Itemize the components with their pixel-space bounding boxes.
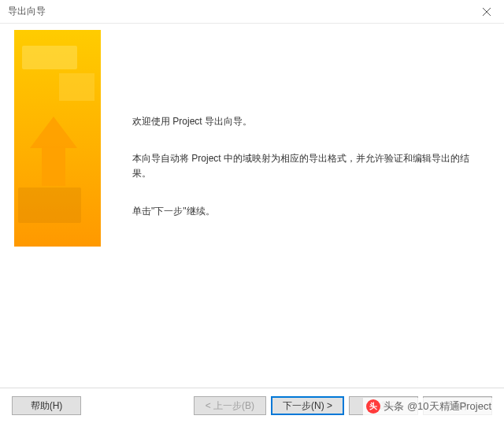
cancel-button[interactable]: 取消 <box>423 396 492 415</box>
window-title: 导出向导 <box>8 5 46 18</box>
wizard-text: 欢迎使用 Project 导出向导。 本向导自动将 Project 中的域映射为… <box>101 24 504 388</box>
close-icon <box>483 8 491 16</box>
welcome-line: 欢迎使用 Project 导出向导。 <box>132 114 480 129</box>
help-button[interactable]: 帮助(H) <box>12 396 81 415</box>
instruction-line: 单击"下一步"继续。 <box>132 204 480 219</box>
close-button[interactable] <box>469 0 504 24</box>
next-button[interactable]: 下一步(N) > <box>271 396 344 415</box>
title-bar: 导出向导 <box>0 0 504 24</box>
description-line: 本向导自动将 Project 中的域映射为相应的导出格式，并允许验证和编辑导出的… <box>132 151 480 181</box>
wizard-banner-image <box>14 30 101 247</box>
button-bar: 帮助(H) < 上一步(B) 下一步(N) > 完成(F) 取消 <box>0 388 504 423</box>
content-area: 欢迎使用 Project 导出向导。 本向导自动将 Project 中的域映射为… <box>0 24 504 388</box>
finish-button: 完成(F) <box>349 396 418 415</box>
back-button: < 上一步(B) <box>194 396 266 415</box>
